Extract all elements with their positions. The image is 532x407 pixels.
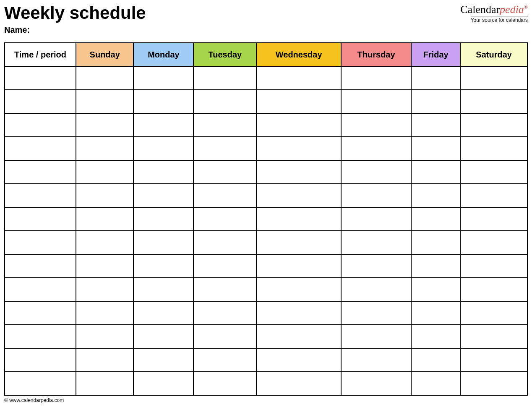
table-cell: [460, 278, 527, 301]
table-cell: [411, 207, 460, 231]
table-cell: [133, 90, 193, 113]
table-cell: [5, 184, 76, 207]
col-header-thursday: Thursday: [341, 43, 411, 66]
table-cell: [460, 372, 527, 395]
table-cell: [460, 160, 527, 184]
table-cell: [133, 254, 193, 278]
table-cell: [341, 137, 411, 160]
table-cell: [193, 184, 256, 207]
table-cell: [133, 278, 193, 301]
table-cell: [5, 207, 76, 231]
table-cell: [76, 278, 133, 301]
table-row: [5, 231, 527, 254]
table-cell: [341, 348, 411, 372]
table-cell: [5, 66, 76, 90]
col-header-monday: Monday: [133, 43, 193, 66]
table-cell: [5, 160, 76, 184]
table-cell: [256, 207, 341, 231]
table-cell: [133, 348, 193, 372]
table-cell: [341, 66, 411, 90]
table-cell: [411, 66, 460, 90]
table-cell: [76, 184, 133, 207]
table-cell: [341, 301, 411, 325]
table-cell: [411, 231, 460, 254]
logo-tagline: Your source for calendars: [471, 16, 528, 23]
table-cell: [460, 301, 527, 325]
table-cell: [341, 160, 411, 184]
table-row: [5, 254, 527, 278]
table-cell: [411, 278, 460, 301]
table-cell: [76, 301, 133, 325]
table-cell: [193, 348, 256, 372]
table-cell: [193, 137, 256, 160]
table-cell: [341, 278, 411, 301]
logo-prefix: Calendar: [460, 3, 500, 16]
table-cell: [341, 325, 411, 348]
footer-copyright: © www.calendarpedia.com: [4, 397, 528, 403]
table-cell: [411, 325, 460, 348]
table-cell: [5, 231, 76, 254]
table-cell: [5, 90, 76, 113]
table-cell: [76, 231, 133, 254]
table-cell: [460, 325, 527, 348]
table-cell: [460, 231, 527, 254]
table-cell: [133, 301, 193, 325]
table-cell: [193, 372, 256, 395]
table-cell: [133, 231, 193, 254]
table-cell: [256, 90, 341, 113]
table-cell: [341, 372, 411, 395]
table-cell: [411, 348, 460, 372]
table-cell: [133, 66, 193, 90]
table-cell: [193, 301, 256, 325]
table-row: [5, 160, 527, 184]
col-header-friday: Friday: [411, 43, 460, 66]
table-cell: [5, 325, 76, 348]
table-cell: [341, 231, 411, 254]
table-cell: [133, 137, 193, 160]
table-cell: [76, 137, 133, 160]
table-cell: [76, 207, 133, 231]
table-cell: [411, 372, 460, 395]
table-cell: [193, 254, 256, 278]
table-cell: [5, 301, 76, 325]
table-row: [5, 372, 527, 395]
brand-logo: Calendarpedia® Your source for calendars: [460, 4, 528, 23]
table-cell: [411, 160, 460, 184]
table-cell: [76, 90, 133, 113]
table-cell: [256, 372, 341, 395]
table-cell: [193, 160, 256, 184]
table-row: [5, 137, 527, 160]
table-cell: [411, 90, 460, 113]
table-cell: [341, 113, 411, 137]
table-cell: [256, 184, 341, 207]
table-cell: [460, 254, 527, 278]
table-cell: [133, 160, 193, 184]
table-cell: [76, 348, 133, 372]
table-cell: [133, 325, 193, 348]
table-cell: [341, 254, 411, 278]
table-row: [5, 66, 527, 90]
table-cell: [193, 325, 256, 348]
table-cell: [411, 113, 460, 137]
table-cell: [133, 207, 193, 231]
logo-suffix: pedia: [500, 3, 524, 16]
table-row: [5, 301, 527, 325]
table-cell: [256, 231, 341, 254]
table-cell: [5, 372, 76, 395]
table-cell: [256, 137, 341, 160]
name-field-label: Name:: [4, 25, 528, 35]
table-row: [5, 207, 527, 231]
table-cell: [256, 66, 341, 90]
table-cell: [460, 184, 527, 207]
table-cell: [256, 113, 341, 137]
table-row: [5, 184, 527, 207]
table-cell: [133, 184, 193, 207]
table-cell: [256, 278, 341, 301]
table-cell: [341, 207, 411, 231]
header-row: Time / period Sunday Monday Tuesday Wedn…: [5, 43, 527, 66]
table-cell: [256, 325, 341, 348]
table-cell: [193, 278, 256, 301]
table-cell: [76, 372, 133, 395]
table-cell: [460, 66, 527, 90]
table-cell: [460, 113, 527, 137]
